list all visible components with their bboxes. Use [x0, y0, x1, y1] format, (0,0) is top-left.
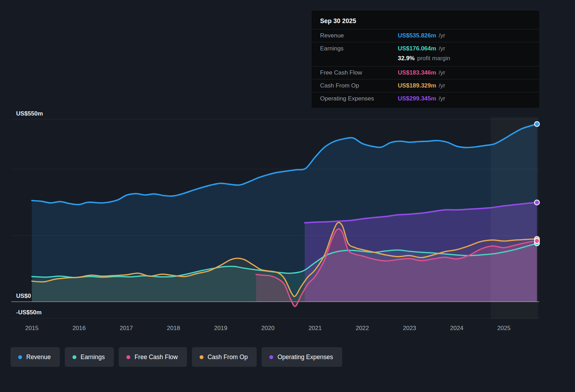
tooltip-row-earnings: Earnings US$176.064m /yr [312, 42, 539, 55]
tooltip-value: US$183.346m [398, 69, 436, 76]
x-axis-label: 2015 [25, 325, 39, 332]
tooltip-row-revenue: Revenue US$535.826m /yr [312, 29, 539, 42]
legend-label: Free Cash Flow [134, 354, 178, 361]
free-cash-flow-dot-icon [126, 355, 130, 359]
tooltip-row-cash-from-op: Cash From Op US$189.329m /yr [312, 79, 539, 92]
tooltip-row-profit-margin: 32.9% profit margin [312, 55, 539, 66]
legend-item-free-cash-flow[interactable]: Free Cash Flow [119, 347, 187, 367]
x-axis-label: 2023 [403, 325, 416, 332]
legend-label: Earnings [81, 354, 105, 361]
x-axis-label: 2020 [261, 325, 275, 332]
page: { "tooltip": { "date": "Sep 30 2025", "r… [0, 0, 575, 392]
tooltip-label: Free Cash Flow [320, 69, 398, 76]
legend-item-earnings[interactable]: Earnings [65, 347, 114, 367]
tooltip-date: Sep 30 2025 [312, 13, 539, 29]
legend-label: Revenue [26, 354, 51, 361]
tooltip-suffix: /yr [439, 95, 445, 102]
x-axis-label: 2018 [167, 325, 180, 332]
tooltip-value: US$535.826m [398, 32, 436, 39]
legend-item-operating-expenses[interactable]: Operating Expenses [262, 347, 342, 367]
tooltip-label: Earnings [320, 45, 398, 52]
y-axis-label-neg50: -US$50m [16, 309, 42, 316]
legend-item-revenue[interactable]: Revenue [11, 347, 60, 367]
tooltip-value: US$299.345m [398, 95, 436, 102]
tooltip-label: Operating Expenses [320, 95, 398, 102]
tooltip-value: 32.9% [398, 55, 415, 62]
tooltip-value: US$176.064m [398, 45, 436, 52]
tooltip-row-free-cash-flow: Free Cash Flow US$183.346m /yr [312, 66, 539, 79]
x-axis-label: 2024 [450, 325, 463, 332]
x-axis-label: 2025 [497, 325, 511, 332]
x-axis-label: 2017 [120, 325, 133, 332]
tooltip: Sep 30 2025 Revenue US$535.826m /yr Earn… [312, 10, 539, 108]
tooltip-label: Revenue [320, 32, 398, 39]
legend-item-cash-from-op[interactable]: Cash From Op [192, 347, 257, 367]
y-axis-label-0: US$0 [16, 293, 31, 300]
tooltip-suffix: /yr [439, 32, 445, 39]
x-axis-label: 2019 [214, 325, 227, 332]
tooltip-row-operating-expenses: Operating Expenses US$299.345m /yr [312, 92, 539, 105]
tooltip-value: US$189.329m [398, 82, 436, 89]
x-axis-label: 2022 [356, 325, 369, 332]
tooltip-suffix: /yr [439, 45, 445, 52]
legend: Revenue Earnings Free Cash Flow Cash Fro… [11, 347, 342, 367]
earnings-dot-icon [72, 355, 76, 359]
legend-label: Cash From Op [208, 354, 248, 361]
tooltip-suffix: /yr [439, 82, 445, 89]
y-axis-label-550: US$550m [16, 110, 43, 117]
tooltip-label: Cash From Op [320, 82, 398, 89]
tooltip-suffix: /yr [439, 69, 445, 76]
legend-label: Operating Expenses [277, 354, 333, 361]
tooltip-suffix: profit margin [417, 55, 450, 62]
x-axis-label: 2021 [309, 325, 322, 332]
revenue-dot-icon [18, 355, 22, 359]
cash-from-op-dot-icon [200, 355, 203, 359]
operating-expenses-dot-icon [269, 355, 273, 359]
x-axis-label: 2016 [72, 325, 86, 332]
